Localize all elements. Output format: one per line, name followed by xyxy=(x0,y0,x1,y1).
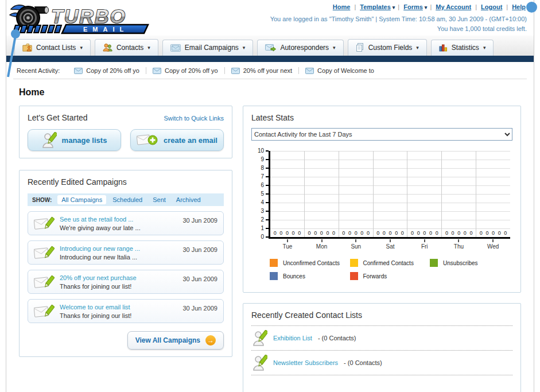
contact-list-row[interactable]: Exhibition List - (0 Contacts) xyxy=(251,326,512,351)
contact-list-row[interactable]: Newsletter Subscribers - (0 Contacts) xyxy=(251,351,512,375)
create-an-email-button[interactable]: create an email xyxy=(130,129,224,151)
contact-activity-chart: 012345678910 000000000000000000000000000… xyxy=(254,151,510,285)
envelope-plus-icon xyxy=(137,133,158,147)
y-tick-label: 0 xyxy=(261,234,264,240)
value-label: 0 xyxy=(298,230,301,236)
tab-email-campaigns[interactable]: Email Campaigns▾ xyxy=(162,40,254,56)
value-label: 0 xyxy=(457,230,460,236)
view-all-campaigns-label: View All Campaigns xyxy=(135,336,200,344)
campaign-row[interactable]: See us at the retail food ...We're givin… xyxy=(28,211,224,235)
filter-tab-archived[interactable]: Archived xyxy=(172,195,205,204)
value-label: 0 xyxy=(274,230,277,236)
campaign-subtitle: Thanks for joining our list! xyxy=(60,283,177,290)
manage-lists-button[interactable]: manage lists xyxy=(28,129,121,151)
legend-label: Forwards xyxy=(363,273,387,280)
contact-list-detail: - (0 Contacts) xyxy=(318,335,356,341)
y-tick-label: 3 xyxy=(261,208,264,214)
legend-item-bounces: Bounces xyxy=(270,272,350,280)
value-label: 0 xyxy=(279,230,282,236)
value-label: 0 xyxy=(485,230,488,236)
recent-activity-item-label: Copy of Welcome to xyxy=(317,67,374,74)
tab-autoresponders[interactable]: Autoresponders▾ xyxy=(257,40,343,56)
tab-contact-lists[interactable]: Contact Lists▾ xyxy=(14,39,91,56)
contact-lists-title: Recently Created Contact Lists xyxy=(251,311,512,320)
recent-activity-item[interactable]: Copy of 20% off yo xyxy=(68,67,146,74)
tab-label: Contact Lists xyxy=(36,44,76,52)
envelope-icon xyxy=(305,68,314,74)
contact-list-detail: - (0 Contacts) xyxy=(344,359,382,366)
corner-dot-decoration xyxy=(526,2,537,13)
value-label: 0 xyxy=(320,230,323,236)
campaign-title[interactable]: 20% off your next purchase xyxy=(60,274,177,281)
campaign-text: Welcome to our email listThanks for join… xyxy=(60,304,177,319)
filter-tab-all-campaigns[interactable]: All Campaigns xyxy=(57,195,106,204)
get-started-panel: Let's Get Started Switch to Quick Links … xyxy=(19,106,232,158)
caret-down-icon: ▾ xyxy=(147,45,150,51)
filter-tab-scheduled[interactable]: Scheduled xyxy=(108,195,146,204)
y-tick-label: 10 xyxy=(258,148,264,154)
value-label: 0 xyxy=(383,230,386,236)
x-tick-mark xyxy=(355,239,356,242)
tab-statistics[interactable]: Statistics▾ xyxy=(431,40,494,56)
value-label: 0 xyxy=(355,230,358,236)
nav-link-home[interactable]: Home xyxy=(333,3,351,10)
recent-activity-item[interactable]: Copy of Welcome to xyxy=(298,67,380,74)
campaign-row[interactable]: 20% off your next purchaseThanks for joi… xyxy=(28,270,224,294)
x-category-label: Tue xyxy=(270,243,305,250)
chart-group-fri: 00000 xyxy=(407,151,442,237)
x-category-label: Fri xyxy=(407,243,442,250)
envelope-pencil-icon xyxy=(34,274,55,290)
recent-activity-items: Copy of 20% off yoCopy of 20% off yo20% … xyxy=(68,67,380,74)
campaign-text: 20% off your next purchaseThanks for joi… xyxy=(60,274,177,290)
value-label: 0 xyxy=(376,230,379,236)
campaign-title[interactable]: Welcome to our email list xyxy=(60,304,177,311)
y-tick-label: 1 xyxy=(261,226,264,231)
legend-swatch xyxy=(270,272,278,280)
nav-link-logout[interactable]: Logout xyxy=(481,3,502,10)
main-tab-bar: Contact Lists▾Contacts▾Email Campaigns▾A… xyxy=(6,36,534,56)
turbo-email-logo: TURBO EMAIL xyxy=(9,1,152,34)
switch-quick-links-link[interactable]: Switch to Quick Links xyxy=(164,115,224,122)
top-nav: Home|Templates▾|Forms▾|My Account|Logout… xyxy=(270,3,527,10)
value-label: 0 xyxy=(452,230,454,236)
campaigns-panel: Recently Edited Campaigns SHOW: All Camp… xyxy=(19,170,232,357)
value-label: 0 xyxy=(367,230,370,236)
campaign-row[interactable]: Welcome to our email listThanks for join… xyxy=(28,299,224,323)
stats-period-select[interactable]: Contact Activity for the Last 7 Days xyxy=(251,128,512,141)
campaign-row[interactable]: Introducing our new range ...Introducing… xyxy=(28,240,224,265)
x-tick-mark xyxy=(287,239,288,242)
header: TURBO EMAIL Home|Templates▾|Forms▾|My Ac… xyxy=(6,0,534,36)
value-label: 0 xyxy=(389,230,391,236)
nav-link-templates[interactable]: Templates xyxy=(360,3,391,10)
contact-list-link[interactable]: Exhibition List xyxy=(273,335,312,341)
campaign-title[interactable]: Introducing our new range ... xyxy=(60,245,177,252)
recent-activity-item-label: Copy of 20% off yo xyxy=(86,67,139,74)
person-pencil-icon xyxy=(252,355,267,371)
tab-contacts[interactable]: Contacts▾ xyxy=(95,39,158,56)
caret-down-icon: ▾ xyxy=(333,45,336,51)
value-label: 0 xyxy=(492,230,495,236)
view-all-campaigns-button[interactable]: View All Campaigns → xyxy=(127,331,224,350)
nav-separator: | xyxy=(506,3,508,10)
y-tick-label: 6 xyxy=(261,183,264,188)
recent-activity-item[interactable]: 20% off your next xyxy=(224,67,298,74)
nav-link-forms[interactable]: Forms xyxy=(403,3,423,10)
autoresponders-icon xyxy=(265,44,276,52)
nav-link-my-account[interactable]: My Account xyxy=(436,3,471,10)
arrow-circle-icon: → xyxy=(205,335,216,346)
contact-list-link[interactable]: Newsletter Subscribers xyxy=(273,359,338,366)
campaign-title[interactable]: See us at the retail food ... xyxy=(60,216,177,223)
legend-item-forwards: Forwards xyxy=(350,272,430,280)
value-label: 0 xyxy=(292,230,295,236)
header-right: Home|Templates▾|Forms▾|My Account|Logout… xyxy=(270,3,527,34)
tab-custom-fields[interactable]: Custom Fields▾ xyxy=(348,39,427,56)
campaign-filter-tabs: All CampaignsScheduledSentArchived xyxy=(57,195,204,204)
nav-link-help[interactable]: Help xyxy=(512,3,526,10)
recent-activity-item-label: Copy of 20% off yo xyxy=(165,67,218,74)
recent-activity-item[interactable]: Copy of 20% off yo xyxy=(146,67,224,74)
x-category-label: Sun xyxy=(339,243,373,250)
filter-tab-sent[interactable]: Sent xyxy=(149,195,170,204)
email-campaigns-icon xyxy=(170,44,181,52)
legend-item-confirmed-contacts: Confirmed Contacts xyxy=(350,259,430,267)
logo-email-text: EMAIL xyxy=(83,26,129,33)
